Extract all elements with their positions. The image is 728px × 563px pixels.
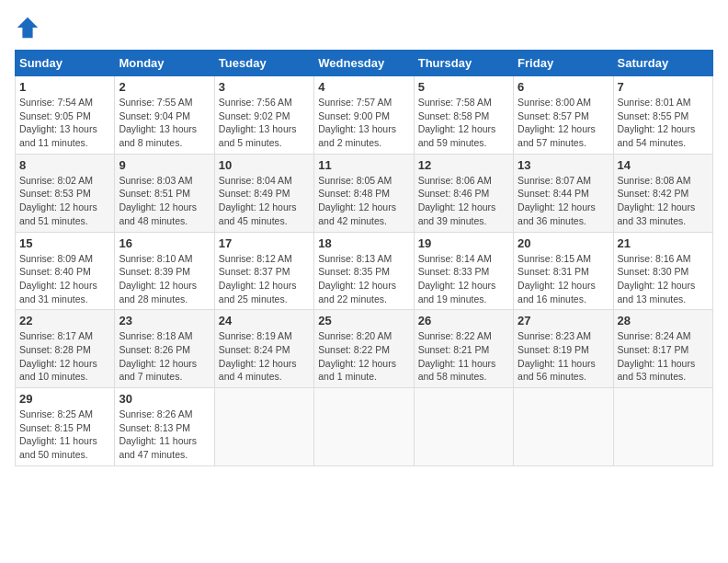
calendar-table: SundayMondayTuesdayWednesdayThursdayFrid… [15,50,713,466]
day-number: 21 [618,236,709,250]
day-info: Sunrise: 8:19 AMSunset: 8:24 PMDaylight:… [219,329,310,384]
day-number: 29 [19,392,110,406]
day-number: 26 [418,314,509,327]
day-info: Sunrise: 8:25 AMSunset: 8:15 PMDaylight:… [19,408,110,462]
day-number: 30 [119,392,210,406]
day-info: Sunrise: 8:14 AMSunset: 8:33 PMDaylight:… [418,252,509,306]
day-number: 19 [418,236,509,250]
calendar-cell: 13Sunrise: 8:07 AMSunset: 8:44 PMDayligh… [514,154,613,232]
calendar-cell: 5Sunrise: 7:58 AMSunset: 8:58 PMDaylight… [414,76,513,155]
calendar-week-2: 15Sunrise: 8:09 AMSunset: 8:40 PMDayligh… [16,232,713,310]
day-info: Sunrise: 7:58 AMSunset: 8:58 PMDaylight:… [418,96,509,150]
day-number: 23 [119,314,210,327]
calendar-header-row: SundayMondayTuesdayWednesdayThursdayFrid… [16,51,713,76]
day-info: Sunrise: 8:13 AMSunset: 8:35 PMDaylight:… [318,252,409,306]
day-number: 5 [418,80,509,94]
day-info: Sunrise: 8:16 AMSunset: 8:30 PMDaylight:… [618,252,709,306]
day-number: 13 [518,158,609,172]
day-info: Sunrise: 8:22 AMSunset: 8:21 PMDaylight:… [418,329,509,384]
day-number: 12 [418,158,509,172]
calendar-week-0: 1Sunrise: 7:54 AMSunset: 9:05 PMDaylight… [16,76,713,155]
day-info: Sunrise: 8:26 AMSunset: 8:13 PMDaylight:… [119,408,210,462]
calendar-cell: 4Sunrise: 7:57 AMSunset: 9:00 PMDaylight… [314,76,414,155]
day-info: Sunrise: 7:54 AMSunset: 9:05 PMDaylight:… [19,96,110,150]
day-info: Sunrise: 8:05 AMSunset: 8:48 PMDaylight:… [318,174,409,228]
calendar-week-3: 22Sunrise: 8:17 AMSunset: 8:28 PMDayligh… [16,310,713,388]
day-number: 24 [219,314,310,327]
calendar-cell: 16Sunrise: 8:10 AMSunset: 8:39 PMDayligh… [115,232,214,310]
day-number: 16 [119,236,210,250]
day-info: Sunrise: 8:01 AMSunset: 8:55 PMDaylight:… [618,96,709,150]
day-info: Sunrise: 8:09 AMSunset: 8:40 PMDaylight:… [19,252,110,306]
day-info: Sunrise: 8:00 AMSunset: 8:57 PMDaylight:… [518,96,609,150]
day-info: Sunrise: 7:57 AMSunset: 9:00 PMDaylight:… [318,96,409,150]
day-number: 2 [119,80,210,94]
day-info: Sunrise: 8:08 AMSunset: 8:42 PMDaylight:… [618,174,709,228]
logo [15,15,44,40]
svg-marker-0 [17,17,38,38]
header-monday: Monday [115,51,214,76]
calendar-cell: 9Sunrise: 8:03 AMSunset: 8:51 PMDaylight… [115,154,214,232]
calendar-cell [314,388,414,466]
calendar-cell: 22Sunrise: 8:17 AMSunset: 8:28 PMDayligh… [16,310,115,388]
day-number: 6 [518,80,609,94]
day-number: 4 [318,80,409,94]
day-info: Sunrise: 8:04 AMSunset: 8:49 PMDaylight:… [219,174,310,228]
logo-icon [15,15,40,40]
calendar-cell: 18Sunrise: 8:13 AMSunset: 8:35 PMDayligh… [314,232,414,310]
day-info: Sunrise: 8:07 AMSunset: 8:44 PMDaylight:… [518,174,609,228]
calendar-cell [414,388,513,466]
calendar-cell: 30Sunrise: 8:26 AMSunset: 8:13 PMDayligh… [115,388,214,466]
calendar-cell: 27Sunrise: 8:23 AMSunset: 8:19 PMDayligh… [514,310,613,388]
day-info: Sunrise: 7:55 AMSunset: 9:04 PMDaylight:… [119,96,210,150]
calendar-cell: 1Sunrise: 7:54 AMSunset: 9:05 PMDaylight… [16,76,115,155]
calendar-cell: 24Sunrise: 8:19 AMSunset: 8:24 PMDayligh… [214,310,313,388]
day-number: 27 [518,314,609,327]
calendar-cell: 3Sunrise: 7:56 AMSunset: 9:02 PMDaylight… [214,76,313,155]
header-saturday: Saturday [613,51,712,76]
day-number: 17 [219,236,310,250]
calendar-week-1: 8Sunrise: 8:02 AMSunset: 8:53 PMDaylight… [16,154,713,232]
day-number: 1 [19,80,110,94]
header-sunday: Sunday [16,51,115,76]
day-number: 8 [19,158,110,172]
calendar-cell: 7Sunrise: 8:01 AMSunset: 8:55 PMDaylight… [613,76,712,155]
day-info: Sunrise: 8:06 AMSunset: 8:46 PMDaylight:… [418,174,509,228]
day-info: Sunrise: 8:23 AMSunset: 8:19 PMDaylight:… [518,329,609,384]
day-number: 20 [518,236,609,250]
calendar-week-4: 29Sunrise: 8:25 AMSunset: 8:15 PMDayligh… [16,388,713,466]
calendar-cell [613,388,712,466]
day-number: 9 [119,158,210,172]
day-number: 28 [618,314,709,327]
day-info: Sunrise: 8:12 AMSunset: 8:37 PMDaylight:… [219,252,310,306]
calendar-cell: 26Sunrise: 8:22 AMSunset: 8:21 PMDayligh… [414,310,513,388]
day-info: Sunrise: 8:24 AMSunset: 8:17 PMDaylight:… [618,329,709,384]
calendar-cell: 17Sunrise: 8:12 AMSunset: 8:37 PMDayligh… [214,232,313,310]
header-friday: Friday [514,51,613,76]
day-number: 10 [219,158,310,172]
day-info: Sunrise: 8:20 AMSunset: 8:22 PMDaylight:… [318,329,409,384]
day-info: Sunrise: 8:02 AMSunset: 8:53 PMDaylight:… [19,174,110,228]
day-info: Sunrise: 8:18 AMSunset: 8:26 PMDaylight:… [119,329,210,384]
calendar-cell: 10Sunrise: 8:04 AMSunset: 8:49 PMDayligh… [214,154,313,232]
day-info: Sunrise: 8:17 AMSunset: 8:28 PMDaylight:… [19,329,110,384]
calendar-cell: 29Sunrise: 8:25 AMSunset: 8:15 PMDayligh… [16,388,115,466]
calendar-cell: 23Sunrise: 8:18 AMSunset: 8:26 PMDayligh… [115,310,214,388]
calendar-cell: 20Sunrise: 8:15 AMSunset: 8:31 PMDayligh… [514,232,613,310]
day-number: 18 [318,236,409,250]
day-info: Sunrise: 8:10 AMSunset: 8:39 PMDaylight:… [119,252,210,306]
calendar-cell: 14Sunrise: 8:08 AMSunset: 8:42 PMDayligh… [613,154,712,232]
day-number: 7 [618,80,709,94]
day-number: 14 [618,158,709,172]
day-number: 15 [19,236,110,250]
page-header [15,15,713,40]
calendar-cell: 8Sunrise: 8:02 AMSunset: 8:53 PMDaylight… [16,154,115,232]
header-wednesday: Wednesday [314,51,414,76]
calendar-cell [214,388,313,466]
calendar-cell: 28Sunrise: 8:24 AMSunset: 8:17 PMDayligh… [613,310,712,388]
day-number: 11 [318,158,409,172]
calendar-cell: 2Sunrise: 7:55 AMSunset: 9:04 PMDaylight… [115,76,214,155]
calendar-cell: 6Sunrise: 8:00 AMSunset: 8:57 PMDaylight… [514,76,613,155]
calendar-cell: 19Sunrise: 8:14 AMSunset: 8:33 PMDayligh… [414,232,513,310]
calendar-cell: 25Sunrise: 8:20 AMSunset: 8:22 PMDayligh… [314,310,414,388]
